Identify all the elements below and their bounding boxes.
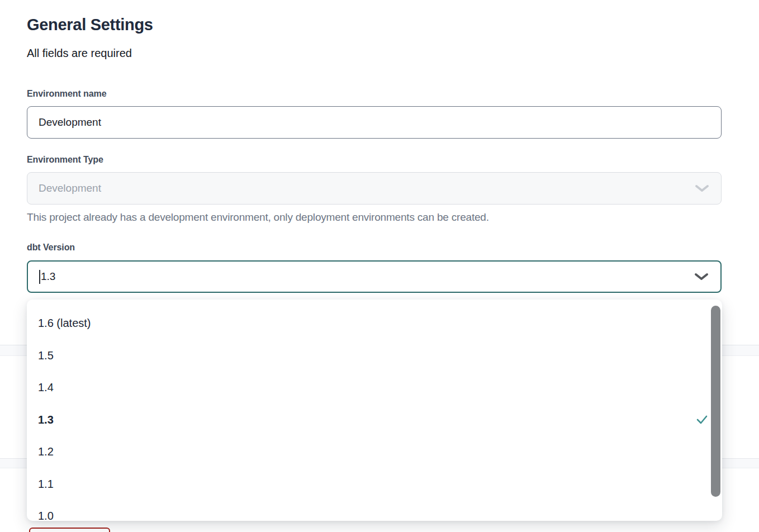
environment-name-input[interactable]: [27, 106, 722, 139]
dbt-version-label: dbt Version: [27, 243, 75, 253]
environment-type-select: Development: [27, 172, 722, 205]
danger-button-top-edge[interactable]: [29, 528, 110, 532]
text-cursor: [39, 270, 40, 284]
environment-name-label: Environment name: [27, 89, 106, 99]
environment-type-help-text: This project already has a development e…: [27, 211, 489, 224]
dbt-version-dropdown-menu: 1.6 (latest) 1.5 1.4 1.3 1.2 1.1 1.0: [27, 300, 722, 521]
dropdown-option[interactable]: 1.4: [27, 372, 722, 404]
environment-type-label: Environment Type: [27, 155, 103, 165]
dropdown-option[interactable]: 1.2: [27, 436, 722, 468]
dropdown-option[interactable]: 1.5: [27, 340, 722, 372]
dropdown-option-selected[interactable]: 1.3: [27, 404, 722, 436]
page-subtitle: All fields are required: [27, 47, 132, 60]
dropdown-option[interactable]: 1.0: [27, 500, 722, 521]
check-icon: [696, 415, 708, 425]
chevron-down-icon: [694, 184, 710, 193]
dbt-version-combobox[interactable]: 1.3: [27, 260, 722, 293]
page-title: General Settings: [27, 16, 153, 34]
chevron-down-icon[interactable]: [694, 272, 709, 281]
dropdown-option[interactable]: 1.1: [27, 468, 722, 501]
dbt-version-value: 1.3: [41, 270, 55, 283]
environment-type-value: Development: [39, 182, 101, 194]
dropdown-scrollbar[interactable]: [711, 306, 720, 497]
dropdown-option[interactable]: 1.6 (latest): [27, 307, 722, 340]
